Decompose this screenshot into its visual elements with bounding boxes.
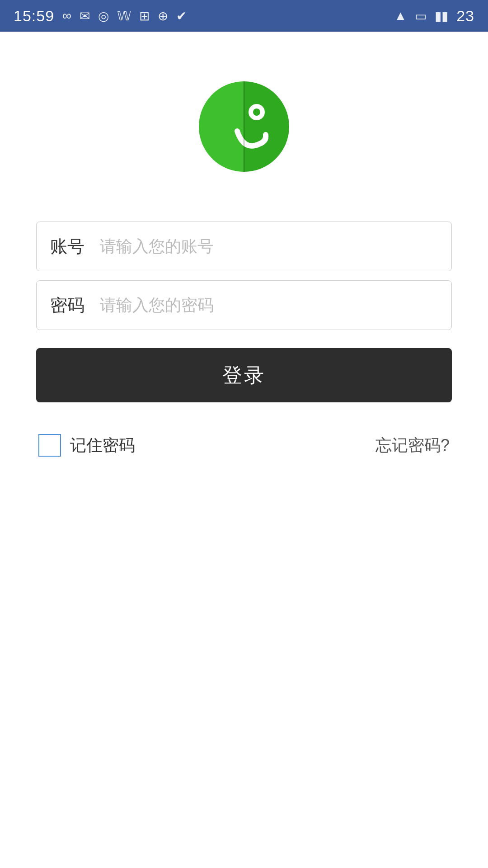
battery-icon: ▮▮	[435, 9, 448, 24]
password-input-row[interactable]: 密码	[36, 280, 452, 330]
form-container: 账号 密码 登录 记住密码 忘记密码?	[36, 222, 452, 457]
weibo-icon: 𝕎	[117, 9, 131, 24]
main-content: 账号 密码 登录 记住密码 忘记密码?	[0, 32, 488, 868]
options-row: 记住密码 忘记密码?	[36, 434, 452, 457]
logo-container	[185, 68, 303, 185]
status-bar-left: 15:59 ∞ ✉ ◎ 𝕎 ⊞ ⊕ ✔	[14, 7, 187, 25]
status-time: 15:59	[14, 7, 54, 25]
battery-level: 23	[456, 7, 474, 25]
tablet-icon: ▭	[415, 9, 427, 24]
account-input[interactable]	[100, 237, 438, 256]
wifi-icon: ▲	[394, 9, 407, 23]
circle-icon: ◎	[98, 9, 109, 24]
remember-password-label: 记住密码	[70, 434, 135, 457]
login-button[interactable]: 登录	[36, 348, 452, 402]
image-icon: ⊞	[139, 9, 150, 24]
app-logo	[190, 72, 298, 181]
status-bar: 15:59 ∞ ✉ ◎ 𝕎 ⊞ ⊕ ✔ ▲ ▭ ▮▮ 23	[0, 0, 488, 32]
svg-point-1	[253, 108, 260, 116]
timer-icon: ⊕	[158, 9, 168, 24]
account-input-row[interactable]: 账号	[36, 222, 452, 271]
status-bar-right: ▲ ▭ ▮▮ 23	[394, 7, 474, 25]
check-icon: ✔	[176, 9, 187, 24]
remember-section[interactable]: 记住密码	[38, 434, 135, 457]
forgot-password-link[interactable]: 忘记密码?	[375, 434, 450, 457]
remember-password-checkbox[interactable]	[38, 434, 61, 457]
message-icon: ✉	[80, 9, 90, 24]
account-label: 账号	[50, 235, 91, 258]
password-label: 密码	[50, 294, 91, 317]
infinity-icon: ∞	[62, 9, 71, 23]
password-input[interactable]	[100, 296, 438, 315]
